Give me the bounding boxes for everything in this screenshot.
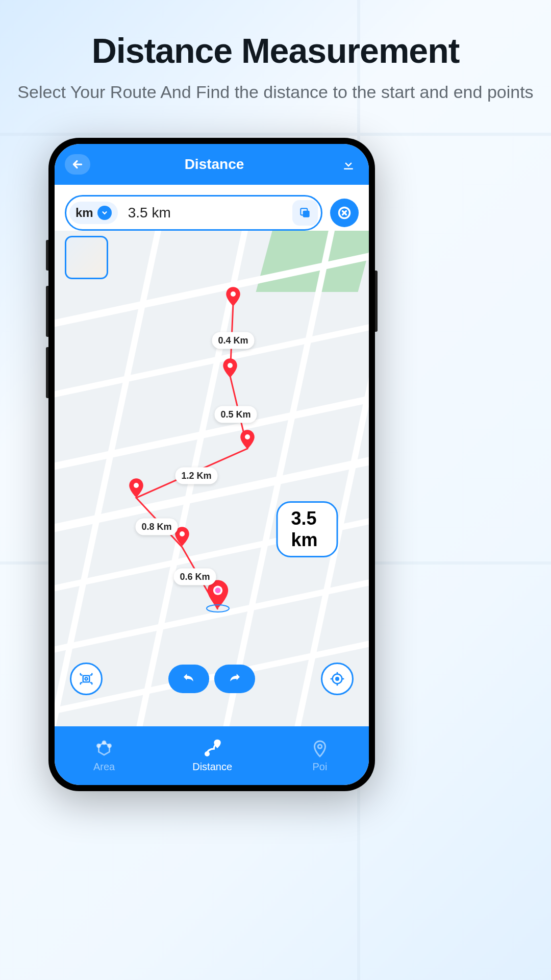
arrow-left-icon — [71, 158, 84, 171]
crosshair-icon — [329, 671, 345, 687]
page-title: Distance Measurement — [0, 31, 551, 70]
chevron-down-icon — [97, 206, 112, 220]
close-icon — [337, 206, 352, 220]
svg-point-7 — [180, 531, 185, 536]
segment-label: 0.6 Km — [173, 569, 216, 585]
undo-button[interactable] — [168, 665, 209, 693]
copy-icon — [298, 206, 312, 219]
svg-point-10 — [207, 605, 229, 612]
svg-point-6 — [134, 483, 139, 488]
distance-display-bar: km 3.5 km — [65, 195, 322, 231]
redo-icon — [227, 671, 242, 687]
distance-value: 3.5 km — [118, 205, 292, 221]
screenshot-button[interactable] — [70, 663, 103, 695]
map-pin-icon — [226, 287, 241, 306]
svg-point-14 — [336, 677, 338, 680]
segment-label: 0.8 Km — [135, 519, 178, 535]
phone-screen: Distance km 3.5 km — [55, 144, 369, 785]
redo-button[interactable] — [214, 665, 255, 693]
svg-point-18 — [206, 752, 209, 756]
nav-label: Area — [93, 761, 115, 773]
svg-point-5 — [245, 434, 250, 439]
nav-area[interactable]: Area — [93, 739, 115, 773]
map-actions — [55, 665, 369, 693]
map-pin-icon — [129, 478, 144, 498]
copy-button[interactable] — [292, 200, 318, 226]
phone-frame: Distance km 3.5 km — [48, 138, 375, 791]
page-subtitle: Select Your Route And Find the distance … — [0, 81, 551, 103]
map-pin-icon — [222, 358, 238, 378]
download-button[interactable] — [338, 157, 359, 172]
svg-rect-0 — [303, 211, 310, 217]
clear-button[interactable] — [330, 199, 359, 227]
total-distance-badge: 3.5 km — [277, 501, 338, 557]
undo-icon — [181, 671, 196, 687]
unit-label: km — [76, 206, 93, 220]
nav-distance[interactable]: Distance — [192, 739, 232, 773]
segment-label: 0.4 Km — [212, 332, 254, 349]
nav-label: Poi — [313, 761, 328, 773]
back-button[interactable] — [65, 154, 90, 175]
svg-point-3 — [231, 291, 236, 297]
nav-poi[interactable]: Poi — [310, 739, 330, 773]
location-pulse-icon — [205, 603, 231, 614]
svg-point-19 — [318, 745, 322, 749]
svg-point-17 — [103, 741, 106, 744]
nav-label: Distance — [192, 761, 232, 773]
svg-point-12 — [85, 678, 88, 680]
svg-point-9 — [215, 587, 221, 593]
app-bar: Distance — [55, 144, 369, 185]
svg-point-15 — [97, 744, 101, 747]
segment-label: 1.2 Km — [175, 468, 217, 484]
distance-icon — [202, 739, 222, 759]
image-capture-icon — [79, 671, 94, 687]
svg-point-4 — [228, 363, 233, 368]
segment-label: 0.5 Km — [214, 406, 257, 423]
area-icon — [94, 739, 114, 759]
download-icon — [341, 157, 356, 172]
appbar-title: Distance — [185, 156, 244, 173]
svg-point-16 — [108, 744, 111, 747]
bottom-nav: Area Distance Poi — [55, 726, 369, 785]
map-canvas[interactable]: 0.4 Km 0.5 Km 1.2 Km 0.8 Km 0.6 Km 3.5 k… — [55, 231, 369, 744]
map-pin-icon — [240, 430, 255, 449]
unit-selector[interactable]: km — [69, 202, 118, 224]
locate-button[interactable] — [321, 663, 354, 695]
svg-rect-11 — [83, 676, 90, 682]
poi-icon — [310, 739, 330, 759]
